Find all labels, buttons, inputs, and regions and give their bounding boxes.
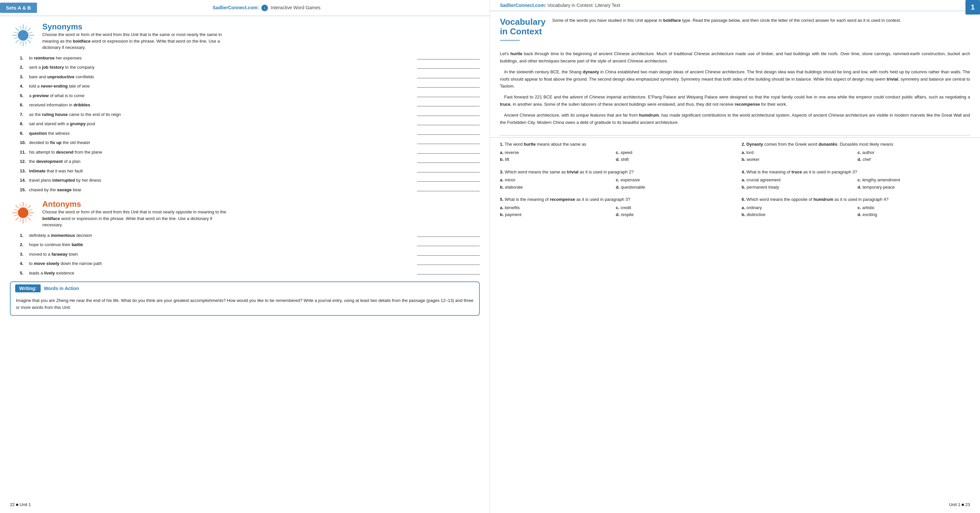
- synonyms-desc: Choose the word or form of the word from…: [42, 32, 228, 51]
- question-block: 1. The word hurtle means about the same …: [500, 141, 729, 163]
- answer-option[interactable]: c. artistic: [858, 205, 970, 211]
- exercise-number: 13.: [20, 168, 29, 175]
- site-link-left[interactable]: SadlierConnect.com:: [213, 5, 259, 10]
- antonyms-section-header: Antonyms Choose the word or form of the …: [0, 196, 490, 232]
- sets-badge: Sets A & B: [0, 3, 37, 13]
- synonyms-item: 3.bare and unproductive cornfields: [20, 73, 480, 80]
- question-text: 6. Which word means the opposite of humd…: [742, 196, 970, 203]
- answer-option[interactable]: a. reverse: [500, 149, 612, 156]
- answer-line[interactable]: [417, 269, 480, 275]
- answer-option[interactable]: d. chef: [858, 156, 970, 163]
- answer-option[interactable]: c. credit: [616, 205, 729, 211]
- svg-line-7: [16, 40, 19, 43]
- answer-option[interactable]: a. crucial agreement: [742, 177, 854, 183]
- exercise-text: bare and unproductive cornfields: [29, 74, 414, 80]
- svg-line-22: [27, 217, 31, 220]
- svg-line-29: [25, 203, 26, 208]
- synonyms-title: Synonyms: [42, 22, 480, 32]
- answer-options: a. reversec. speedb. liftd. shift: [500, 149, 729, 163]
- svg-line-26: [29, 215, 32, 216]
- answer-line[interactable]: [417, 186, 480, 191]
- svg-line-4: [16, 28, 19, 31]
- answer-line[interactable]: [417, 167, 480, 172]
- answer-line[interactable]: [417, 92, 480, 97]
- writing-sublabel: Words in Action: [44, 286, 79, 291]
- answer-option[interactable]: a. minor: [500, 177, 612, 183]
- answer-line[interactable]: [417, 73, 480, 78]
- answer-option[interactable]: b. permanent treaty: [742, 184, 854, 191]
- passage-paragraph: In the sixteenth century BCE, the Shang …: [500, 68, 970, 89]
- answer-line[interactable]: [417, 148, 480, 154]
- antonyms-icon: [10, 200, 37, 226]
- answer-option[interactable]: c. author: [858, 149, 970, 156]
- answer-line[interactable]: [417, 241, 480, 246]
- exercise-text: decided to fix up the old theater: [29, 140, 414, 146]
- exercise-text: to reimburse her expenses: [29, 55, 414, 62]
- answer-option[interactable]: c. lengthy amendment: [858, 177, 970, 183]
- answer-option[interactable]: d. shift: [616, 156, 729, 163]
- exercise-text: question the witness: [29, 130, 414, 137]
- synonyms-title-block: Synonyms Choose the word or form of the …: [42, 22, 480, 51]
- svg-line-31: [29, 210, 32, 211]
- svg-line-30: [20, 218, 21, 222]
- answer-line[interactable]: [417, 250, 480, 256]
- answer-option[interactable]: c. expensive: [616, 177, 729, 183]
- synonyms-item: 2.sent a job history to the company: [20, 64, 480, 71]
- exercise-text: sent a job history to the company: [29, 64, 414, 71]
- svg-line-12: [25, 26, 26, 30]
- answer-line[interactable]: [417, 157, 480, 163]
- answer-option[interactable]: a. benefits: [500, 205, 612, 211]
- answer-line[interactable]: [417, 120, 480, 125]
- site-link-right[interactable]: SadlierConnect.com:: [500, 3, 546, 8]
- answer-options: a. benefitsc. creditb. paymentd. respite: [500, 205, 729, 218]
- answer-line[interactable]: [417, 111, 480, 116]
- answer-line[interactable]: [417, 232, 480, 237]
- left-footer-text: 22 ■ Unit 1: [10, 502, 31, 507]
- answer-option[interactable]: b. payment: [500, 211, 612, 218]
- answer-option[interactable]: b. distinctive: [742, 211, 854, 218]
- passage-paragraph: Fast forward to 221 BCE and the advent o…: [500, 94, 970, 108]
- right-footer-text: Unit 1 ■ 23: [949, 502, 970, 507]
- exercise-text: received information in dribbles: [29, 102, 414, 108]
- exercise-text: the development of a plan: [29, 158, 414, 165]
- svg-line-21: [16, 205, 19, 208]
- answer-option[interactable]: b. lift: [500, 156, 612, 163]
- answer-line[interactable]: [417, 54, 480, 59]
- exercise-text: a preview of what is to come: [29, 92, 414, 99]
- answer-line[interactable]: [417, 130, 480, 135]
- exercise-number: 3.: [20, 251, 29, 258]
- answer-line[interactable]: [417, 176, 480, 182]
- answer-line[interactable]: [417, 260, 480, 265]
- exercise-text: chased by the savage bear: [29, 187, 414, 193]
- answer-line[interactable]: [417, 139, 480, 144]
- answer-option[interactable]: b. elaborate: [500, 184, 612, 191]
- answer-line[interactable]: [417, 64, 480, 69]
- vocab-header-desc: Some of the words you have studied in th…: [552, 17, 970, 24]
- antonyms-item: 2.hope to continue their battle: [20, 241, 480, 248]
- answer-line[interactable]: [417, 82, 480, 87]
- answer-option[interactable]: d. exciting: [858, 211, 970, 218]
- exercise-number: 1.: [20, 55, 29, 62]
- exercise-text: to move slowly down the narrow path: [29, 260, 414, 267]
- footer-unit-num-right: 1: [958, 502, 960, 507]
- synonyms-item: 15.chased by the savage bear: [20, 186, 480, 193]
- answer-option[interactable]: b. worker: [742, 156, 854, 163]
- answer-line[interactable]: [417, 101, 480, 106]
- left-footer: 22 ■ Unit 1: [10, 502, 480, 507]
- answer-option[interactable]: d. respite: [616, 211, 729, 218]
- exercise-number: 6.: [20, 102, 29, 108]
- writing-header: Writing: Words in Action: [11, 282, 479, 295]
- exercise-text: definitely a momentous decision: [29, 232, 414, 239]
- right-page: SadlierConnect.com: Vocabulary in Contex…: [490, 0, 980, 513]
- synonyms-item: 9.question the witness: [20, 130, 480, 137]
- passage-paragraph: Ancient Chinese architecture, with its u…: [500, 112, 970, 126]
- answer-option[interactable]: c. speed: [616, 149, 729, 156]
- answer-option[interactable]: a. lord: [742, 149, 854, 156]
- answer-option[interactable]: d. questionable: [616, 184, 729, 191]
- answer-option[interactable]: a. ordinary: [742, 205, 854, 211]
- antonyms-title-block: Antonyms Choose the word or form of the …: [42, 200, 480, 228]
- svg-line-13: [20, 41, 21, 44]
- answer-option[interactable]: d. temporary peace: [858, 184, 970, 191]
- question-text: 2. Dynasty comes from the Greek word dun…: [742, 141, 970, 148]
- exercise-number: 8.: [20, 121, 29, 127]
